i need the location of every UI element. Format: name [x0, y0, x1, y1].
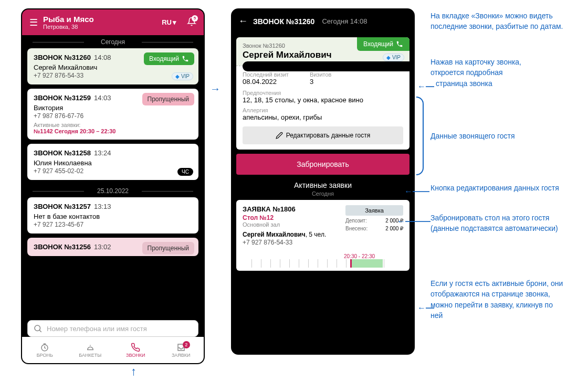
call-number: ЗВОНОК №31258: [34, 149, 91, 157]
call-card[interactable]: ЗВОНОК №31258 13:24 Юлия Николаевна +7 9…: [27, 144, 198, 180]
request-table: Стол №12: [243, 214, 340, 221]
visits-label: Визитов: [310, 71, 332, 78]
bottom-nav: БРОНЬ БАНКЕТЫ ЗВОНКИ 2 ЗАЯВКИ: [22, 337, 204, 363]
phone-call-detail: ← ЗВОНОК №31260 Сегодня 14:08 Входящий З…: [231, 8, 415, 355]
caller-name: Нет в базе контактов: [34, 213, 192, 220]
prefs-value: 12, 18, 15 столы, у окна, красное вино: [243, 96, 403, 104]
notifications-button[interactable]: 5: [187, 17, 196, 28]
last-visit-value: 08.04.2022: [243, 78, 289, 86]
caller-name: Юлия Николаевна: [34, 159, 192, 167]
request-number: ЗАЯВКА №1806: [243, 205, 340, 213]
request-card[interactable]: ЗАЯВКА №1806 Стол №12 Основной зал Серге…: [236, 200, 410, 271]
search-icon: [33, 324, 43, 333]
time-bar: [243, 259, 391, 268]
tab-badge-count: 2: [183, 341, 190, 348]
page-title: ЗВОНОК №31260: [253, 17, 314, 26]
language-label: RU: [162, 18, 172, 26]
tab-label: БРОНЬ: [37, 353, 53, 358]
call-card[interactable]: ЗВОНОК №31256 13:02 Пропущенный: [27, 238, 198, 256]
caller-phone: +7 927 876-54-33: [243, 61, 414, 71]
call-number: ЗВОНОК №31259: [34, 94, 91, 102]
arrow-right-icon: →: [210, 83, 220, 95]
tab-bankety[interactable]: БАНКЕТЫ: [68, 337, 113, 363]
annotation-text: Данные звонящего гостя: [430, 131, 514, 141]
call-datetime: Сегодня 14:08: [322, 17, 367, 25]
phone-icon: [396, 40, 403, 48]
status-badge-missed: Пропущенный: [142, 242, 194, 254]
caller-phone: +7 927 123-45-67: [34, 221, 192, 228]
language-selector[interactable]: RU ▾: [162, 18, 176, 26]
annotation-text: Забронировать стол на этого гостя (данны…: [430, 213, 572, 234]
arrow-left-icon: ←——: [404, 187, 429, 196]
time-range-label: 20:30 - 22:30: [243, 253, 391, 259]
edit-button-label: Редактировать данные гостя: [286, 132, 371, 139]
call-card[interactable]: ЗВОНОК №31257 13:13 Нет в базе контактов…: [27, 197, 198, 234]
svg-point-0: [35, 325, 40, 331]
request-phone: +7 927 876-54-33: [243, 239, 340, 246]
clock-icon: [40, 343, 49, 352]
deposit-label: Депозит:: [345, 218, 367, 224]
restaurant-block[interactable]: Рыба и Мясо Петровка, 38: [43, 15, 94, 30]
status-badge-missed: Пропущенный: [142, 93, 194, 105]
phone-calls-list: ☰ Рыба и Мясо Петровка, 38 RU ▾ 5 Сегодн…: [21, 8, 205, 364]
last-visit-label: Последний визит: [243, 71, 289, 78]
call-time: 14:08: [94, 54, 111, 61]
vip-badge: ◆VIP: [172, 72, 193, 80]
request-status: Заявка: [345, 205, 403, 216]
guest-data-card: Последний визит 08.04.2022 Визитов 3 Пре…: [236, 66, 410, 150]
status-label: Входящий: [363, 40, 393, 48]
status-label: Входящий: [149, 55, 179, 62]
gem-icon: ◆: [386, 55, 391, 60]
request-left: ЗАЯВКА №1806 Стол №12 Основной зал Серге…: [243, 205, 340, 246]
status-badge-incoming: Входящий: [144, 52, 194, 65]
arrow-left-icon: ←———: [397, 217, 430, 226]
active-requests-subtitle: Сегодня: [236, 190, 410, 197]
caller-phone: +7 987 876-67-76: [34, 112, 192, 120]
tab-bron[interactable]: БРОНЬ: [22, 337, 68, 363]
caller-phone: +7 927 455-02-02: [34, 167, 192, 175]
book-button[interactable]: Забронировать: [236, 154, 410, 175]
caller-phone: +7 927 876-54-33: [34, 72, 192, 79]
tab-zvonki[interactable]: ЗВОНКИ: [113, 337, 159, 363]
active-request-link[interactable]: №1142 Сегодня 20:30 – 22:30: [34, 128, 192, 134]
call-number: ЗВОНОК №31257: [34, 203, 91, 210]
pencil-icon: [276, 132, 283, 139]
request-hall: Основной зал: [243, 221, 340, 228]
call-time: 13:24: [94, 149, 111, 157]
detail-body[interactable]: Входящий Звонок №31260 Сергей Михайлович…: [232, 33, 414, 354]
menu-icon[interactable]: ☰: [29, 17, 38, 28]
annotation-text: Если у гостя есть активные брони, они от…: [430, 278, 567, 321]
date-divider: 25.10.2022: [27, 184, 198, 197]
call-card[interactable]: ЗВОНОК №31259 14:03 Пропущенный Виктория…: [27, 89, 198, 140]
tab-zayavki[interactable]: 2 ЗАЯВКИ: [159, 337, 204, 363]
call-number: ЗВОНОК №31260: [34, 54, 91, 61]
visits-value: 3: [310, 78, 332, 86]
request-timeline: 20:30 - 22:30: [236, 253, 397, 271]
tab-label: ЗАЯВКИ: [172, 353, 191, 358]
allergy-label: Аллергия: [243, 107, 403, 113]
date-divider-today: Сегодня: [27, 35, 198, 48]
call-card[interactable]: ЗВОНОК №31260 14:08 Входящий Сергей Миха…: [27, 48, 198, 84]
annotation-text: На вкладке «Звонки» можно видеть последн…: [430, 10, 567, 32]
back-arrow-icon[interactable]: ←: [238, 16, 248, 27]
search-bar[interactable]: Номер телефона или имя гостя: [27, 320, 198, 337]
edit-guest-button[interactable]: Редактировать данные гостя: [243, 126, 403, 144]
caller-name: Сергей Михайлович: [243, 50, 403, 60]
app-header: ☰ Рыба и Мясо Петровка, 38 RU ▾ 5: [22, 9, 204, 35]
allergy-value: апельсины, орехи, грибы: [243, 113, 403, 121]
annotation-text: Кнопка редактирования данных гостя: [430, 183, 567, 193]
search-placeholder: Номер телефона или имя гостя: [47, 325, 147, 333]
status-badge-incoming: Входящий: [357, 37, 410, 51]
paid-label: Внесено:: [345, 226, 368, 231]
request-right: Заявка Депозит:2 000 ₽ Внесено:2 000 ₽: [345, 205, 403, 246]
curly-bracket-icon: [416, 97, 424, 175]
call-number: ЗВОНОК №31256: [34, 243, 91, 251]
tab-label: ЗВОНКИ: [126, 353, 145, 358]
tab-label: БАНКЕТЫ: [79, 353, 101, 358]
dish-icon: [86, 343, 95, 352]
time-block: [350, 259, 383, 268]
active-requests-label: Активные заявки:: [34, 122, 192, 128]
calls-list[interactable]: Сегодня ЗВОНОК №31260 14:08 Входящий Сер…: [22, 35, 204, 363]
vip-badge: ◆VIP: [383, 54, 404, 61]
call-time: 13:13: [94, 203, 111, 210]
